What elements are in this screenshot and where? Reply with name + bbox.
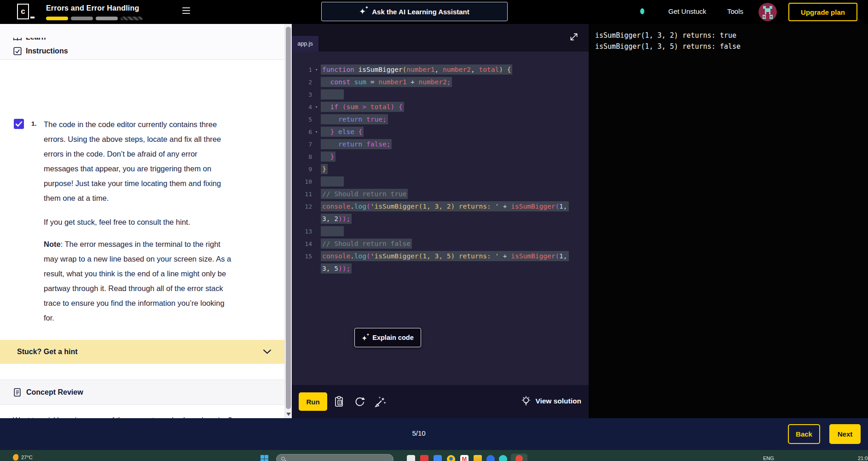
sparkle-icon: ✦✦ xyxy=(362,334,369,341)
tab-appjs[interactable]: app.js xyxy=(292,36,318,52)
active-app-icon[interactable] xyxy=(511,454,527,461)
lightbulb-icon xyxy=(521,395,532,407)
explain-code-label: Explain code xyxy=(372,334,413,341)
concept-review-label: Concept Review xyxy=(26,388,83,397)
code-row[interactable]: 7 return false; xyxy=(292,138,589,151)
editor-toolbar: Run xyxy=(292,385,589,418)
view-solution-label: View solution xyxy=(535,397,581,405)
step-counter: 5/10 xyxy=(405,429,433,437)
instructions-section-header[interactable]: Instructions xyxy=(0,44,68,58)
ai-assistant-button[interactable]: ✦✦ Ask the AI Learning Assistant xyxy=(321,2,508,21)
instructions-label: Instructions xyxy=(26,47,68,55)
instructions-content: 1. The code in the code editor currently… xyxy=(0,60,284,418)
app-icon-3[interactable] xyxy=(434,455,442,461)
code-row[interactable]: 10 xyxy=(292,175,589,188)
app-icon-6[interactable] xyxy=(499,455,507,461)
course-title: Errors and Error Handling xyxy=(46,4,139,12)
reset-icon[interactable] xyxy=(353,396,366,408)
code-row[interactable]: 8 } xyxy=(292,151,589,163)
codecademy-logo[interactable]: c xyxy=(17,4,29,19)
sparkle-icon: ✦✦ xyxy=(359,7,368,16)
explain-code-button[interactable]: ✦✦ Explain code xyxy=(354,328,421,347)
start-button[interactable] xyxy=(260,455,268,461)
upgrade-plan-button[interactable]: Upgrade plan xyxy=(788,3,857,21)
codecademy-learning-environment: c Errors and Error Handling ✦✦ Ask the A… xyxy=(0,0,868,461)
avatar[interactable] xyxy=(758,3,777,21)
terminal-panel[interactable]: isSumBigger(1, 3, 2) returns: true isSum… xyxy=(589,24,868,418)
code-row[interactable]: 4▾ if (sum > total) { xyxy=(292,101,589,113)
code-row[interactable]: 2 const sum = number1 + number2; xyxy=(292,76,589,88)
code-row[interactable]: 9} xyxy=(292,163,589,175)
check-icon xyxy=(14,119,24,129)
code-row[interactable]: 13 xyxy=(292,225,589,238)
temperature-label: 27°C xyxy=(21,455,33,460)
hint-suggestion-paragraph: If you get stuck, feel free to consult t… xyxy=(44,215,262,229)
code-row[interactable]: 3, 2)); xyxy=(292,213,589,225)
code-row[interactable]: 14// Should return false xyxy=(292,238,589,250)
terminal-output: isSumBigger(1, 3, 2) returns: true isSum… xyxy=(589,24,868,58)
expand-icon[interactable] xyxy=(569,32,579,41)
code-row[interactable]: 5 return true; xyxy=(292,113,589,126)
language-indicator[interactable]: ENG xyxy=(763,455,774,461)
clean-sparkle-icon[interactable] xyxy=(374,396,387,408)
app-icon-5[interactable] xyxy=(486,455,495,461)
progress-segment-4 xyxy=(121,17,143,20)
instructions-panel: Learn Instructions 1. The code in the co… xyxy=(0,24,292,418)
bottom-nav-bar: 5/10 Back Next xyxy=(0,418,868,450)
weather-icon xyxy=(13,454,18,461)
task-checkbox[interactable] xyxy=(14,119,24,129)
scrollbar-down-arrow[interactable] xyxy=(285,410,292,418)
logo-underscore xyxy=(30,17,35,18)
status-dot xyxy=(640,8,644,14)
editor-header: app.js xyxy=(292,24,589,52)
code-area[interactable]: 1▾function isSumBigger(number1, number2,… xyxy=(292,52,589,385)
code-row[interactable]: 3 xyxy=(292,88,589,101)
weather-widget[interactable]: 27°C xyxy=(13,454,33,461)
clock[interactable]: 21:0 xyxy=(858,455,868,461)
note-label: Note xyxy=(44,240,61,248)
run-button[interactable]: Run xyxy=(299,392,327,411)
back-button[interactable]: Back xyxy=(788,424,820,444)
tools-link[interactable]: Tools xyxy=(727,7,743,15)
note-body: : The error messages in the terminal to … xyxy=(44,240,231,322)
progress-segment-2 xyxy=(71,17,93,20)
learn-label: Learn xyxy=(26,38,46,41)
chevron-down-icon[interactable] xyxy=(263,349,272,354)
code-row[interactable]: 6▾ } else { xyxy=(292,126,589,138)
concept-review-header[interactable]: Concept Review xyxy=(0,379,284,405)
left-panel-scrollbar[interactable] xyxy=(284,24,292,418)
view-solution-button[interactable]: View solution xyxy=(521,395,581,407)
document-icon xyxy=(13,388,22,397)
code-row[interactable]: 15console.log('isSumBigger(1, 3, 5) retu… xyxy=(292,250,589,263)
lesson-progress-bars xyxy=(46,17,143,20)
top-nav: c Errors and Error Handling ✦✦ Ask the A… xyxy=(0,0,868,24)
app-icon-4[interactable] xyxy=(447,455,455,461)
code-row[interactable]: 11// Should return true xyxy=(292,188,589,200)
checkbox-list-icon xyxy=(13,47,22,56)
code-row[interactable]: 3, 5)); xyxy=(292,263,589,275)
gmail-icon[interactable]: M xyxy=(460,455,469,461)
ai-assistant-label: Ask the AI Learning Assistant xyxy=(372,8,469,16)
task-paragraph: The code in the code editor currently co… xyxy=(44,117,262,205)
folder-icon[interactable] xyxy=(474,455,482,461)
task-number: 1. xyxy=(31,120,36,127)
menu-icon[interactable] xyxy=(182,7,190,16)
get-unstuck-link[interactable]: Get Unstuck xyxy=(668,7,706,15)
progress-segment-1 xyxy=(46,17,68,20)
get-hint-label: Stuck? Get a hint xyxy=(17,348,78,356)
note-paragraph: Note: The error messages in the terminal… xyxy=(44,237,264,325)
get-hint-expander[interactable]: Stuck? Get a hint xyxy=(0,340,284,364)
code-row[interactable]: 12console.log('isSumBigger(1, 3, 2) retu… xyxy=(292,200,589,213)
app-icon-1[interactable] xyxy=(407,455,415,461)
book-icon xyxy=(13,38,22,42)
logo-letter: c xyxy=(21,7,25,16)
search-icon xyxy=(281,457,285,461)
code-row[interactable]: 1▾function isSumBigger(number1, number2,… xyxy=(292,64,589,76)
copy-icon[interactable] xyxy=(333,396,345,408)
app-icon-2[interactable] xyxy=(420,455,428,461)
next-button[interactable]: Next xyxy=(829,424,861,444)
taskbar-search[interactable] xyxy=(276,454,393,461)
progress-segment-3 xyxy=(96,17,118,20)
panel-section-headers: Learn Instructions xyxy=(0,24,284,60)
scrollbar-thumb[interactable] xyxy=(286,27,291,409)
